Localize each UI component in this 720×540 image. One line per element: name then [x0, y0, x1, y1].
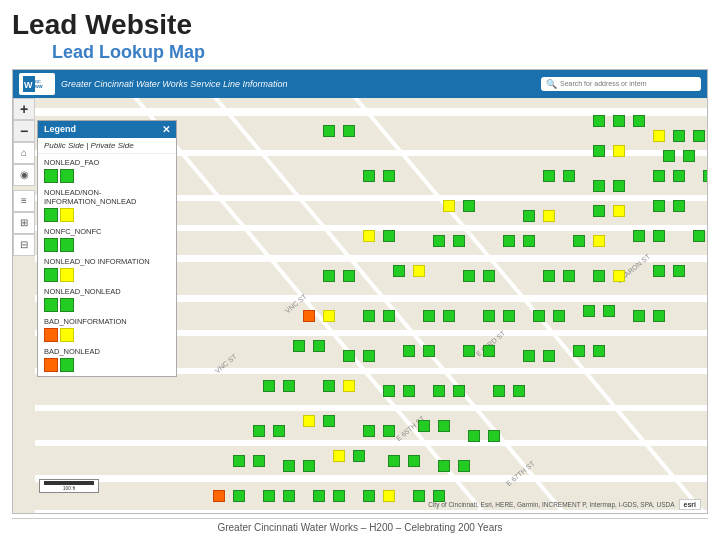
map-pin-36[interactable]: [593, 235, 605, 247]
map-pin-75[interactable]: [523, 350, 535, 362]
map-pin-28[interactable]: [673, 200, 685, 212]
map-pin-78[interactable]: [593, 345, 605, 357]
map-pin-64[interactable]: [603, 305, 615, 317]
map-pin-55[interactable]: [363, 310, 375, 322]
map-pin-60[interactable]: [503, 310, 515, 322]
map-pin-72[interactable]: [423, 345, 435, 357]
map-pin-86[interactable]: [453, 385, 465, 397]
map-pin-62[interactable]: [553, 310, 565, 322]
map-pin-70[interactable]: [363, 350, 375, 362]
map-pin-83[interactable]: [383, 385, 395, 397]
map-pin-52[interactable]: [673, 265, 685, 277]
zoom-in-button[interactable]: +: [13, 98, 35, 120]
map-container[interactable]: VNC ST VNC ST SHARON ST E 63RD ST E 65TH…: [12, 69, 708, 514]
map-pin-89[interactable]: [253, 425, 265, 437]
locate-button[interactable]: ◉: [13, 164, 35, 186]
map-pin-15[interactable]: [563, 170, 575, 182]
map-pin-42[interactable]: [343, 270, 355, 282]
map-pin-12[interactable]: [363, 170, 375, 182]
map-pin-92[interactable]: [323, 415, 335, 427]
legend-close-button[interactable]: ✕: [162, 124, 170, 135]
map-pin-97[interactable]: [468, 430, 480, 442]
map-pin-56[interactable]: [383, 310, 395, 322]
home-button[interactable]: ⌂: [13, 142, 35, 164]
map-pin-54[interactable]: [323, 310, 335, 322]
map-pin-1[interactable]: [343, 125, 355, 137]
map-pin-77[interactable]: [573, 345, 585, 357]
map-pin-37[interactable]: [633, 230, 645, 242]
map-pin-85[interactable]: [433, 385, 445, 397]
map-pin-79[interactable]: [263, 380, 275, 392]
map-pin-18[interactable]: [653, 170, 665, 182]
map-pin-102[interactable]: [303, 460, 315, 472]
map-pin-88[interactable]: [513, 385, 525, 397]
map-pin-76[interactable]: [543, 350, 555, 362]
map-pin-4[interactable]: [633, 115, 645, 127]
layers-button[interactable]: ≡: [13, 190, 35, 212]
map-pin-61[interactable]: [533, 310, 545, 322]
map-pin-108[interactable]: [458, 460, 470, 472]
map-pin-81[interactable]: [323, 380, 335, 392]
map-pin-49[interactable]: [593, 270, 605, 282]
map-pin-26[interactable]: [613, 205, 625, 217]
map-pin-82[interactable]: [343, 380, 355, 392]
map-pin-53[interactable]: [303, 310, 315, 322]
map-pin-27[interactable]: [653, 200, 665, 212]
map-pin-74[interactable]: [483, 345, 495, 357]
map-pin-99[interactable]: [233, 455, 245, 467]
map-pin-38[interactable]: [653, 230, 665, 242]
map-pin-0[interactable]: [323, 125, 335, 137]
map-search-box[interactable]: 🔍: [541, 77, 701, 91]
map-pin-107[interactable]: [438, 460, 450, 472]
map-pin-71[interactable]: [403, 345, 415, 357]
map-pin-65[interactable]: [633, 310, 645, 322]
map-pin-51[interactable]: [653, 265, 665, 277]
map-pin-98[interactable]: [488, 430, 500, 442]
map-pin-46[interactable]: [483, 270, 495, 282]
map-pin-5[interactable]: [653, 130, 665, 142]
map-pin-34[interactable]: [523, 235, 535, 247]
map-pin-7[interactable]: [693, 130, 705, 142]
map-pin-87[interactable]: [493, 385, 505, 397]
map-pin-100[interactable]: [253, 455, 265, 467]
map-pin-94[interactable]: [383, 425, 395, 437]
map-pin-39[interactable]: [693, 230, 705, 242]
map-pin-95[interactable]: [418, 420, 430, 432]
map-pin-106[interactable]: [408, 455, 420, 467]
map-pin-33[interactable]: [503, 235, 515, 247]
map-pin-80[interactable]: [283, 380, 295, 392]
map-pin-41[interactable]: [323, 270, 335, 282]
map-pin-29[interactable]: [363, 230, 375, 242]
map-pin-91[interactable]: [303, 415, 315, 427]
map-pin-30[interactable]: [383, 230, 395, 242]
map-pin-67[interactable]: [293, 340, 305, 352]
map-pin-3[interactable]: [613, 115, 625, 127]
map-pin-11[interactable]: [683, 150, 695, 162]
map-pin-22[interactable]: [463, 200, 475, 212]
map-pin-63[interactable]: [583, 305, 595, 317]
map-pin-44[interactable]: [413, 265, 425, 277]
map-pin-13[interactable]: [383, 170, 395, 182]
map-pin-68[interactable]: [313, 340, 325, 352]
map-pin-104[interactable]: [353, 450, 365, 462]
map-pin-96[interactable]: [438, 420, 450, 432]
map-pin-43[interactable]: [393, 265, 405, 277]
map-pin-90[interactable]: [273, 425, 285, 437]
map-pin-9[interactable]: [613, 145, 625, 157]
map-pin-14[interactable]: [543, 170, 555, 182]
map-pin-19[interactable]: [673, 170, 685, 182]
map-pin-35[interactable]: [573, 235, 585, 247]
map-search-input[interactable]: [560, 80, 690, 87]
map-pin-24[interactable]: [543, 210, 555, 222]
map-pin-32[interactable]: [453, 235, 465, 247]
map-pin-93[interactable]: [363, 425, 375, 437]
map-pin-17[interactable]: [613, 180, 625, 192]
map-pin-20[interactable]: [703, 170, 708, 182]
map-pin-101[interactable]: [283, 460, 295, 472]
map-pin-8[interactable]: [593, 145, 605, 157]
map-pin-16[interactable]: [593, 180, 605, 192]
map-pin-58[interactable]: [443, 310, 455, 322]
map-pin-103[interactable]: [333, 450, 345, 462]
map-pin-57[interactable]: [423, 310, 435, 322]
map-pin-23[interactable]: [523, 210, 535, 222]
